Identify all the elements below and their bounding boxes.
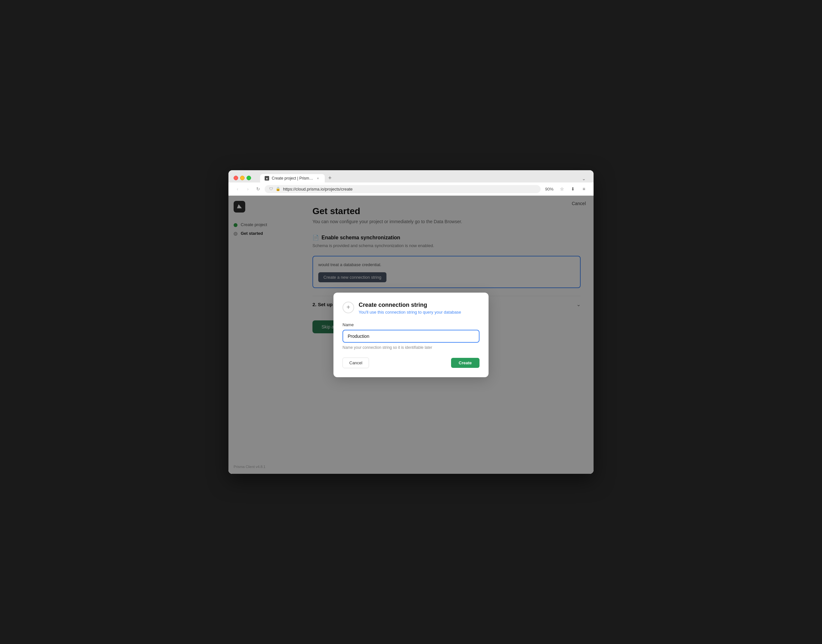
app-area: Create project Get started Prisma Client… (229, 196, 593, 474)
zoom-level[interactable]: 90% (543, 186, 555, 192)
download-icon[interactable]: ⬇ (568, 184, 578, 193)
address-text: https://cloud.prisma.io/projects/create (283, 187, 536, 192)
bookmark-icon[interactable]: ☆ (558, 184, 566, 193)
modal-create-button[interactable]: Create (451, 358, 479, 368)
modal-overlay[interactable]: + Create connection string You'll use th… (229, 196, 593, 474)
tab-close-button[interactable]: × (316, 176, 320, 181)
modal-title-wrap: Create connection string You'll use this… (359, 302, 461, 314)
modal-cancel-button[interactable]: Cancel (343, 357, 369, 368)
modal-plus-icon: + (343, 302, 354, 313)
name-field-label: Name (343, 322, 479, 327)
tab-bar: ▲ Create project | Prisma Data Pla × + ⌄ (260, 173, 588, 182)
toolbar-right: 90% ☆ ⬇ ≡ (543, 184, 588, 193)
tab-title: Create project | Prisma Data Pla (272, 176, 313, 181)
modal-title: Create connection string (359, 302, 461, 308)
close-button[interactable] (234, 176, 238, 180)
maximize-button[interactable] (247, 176, 251, 180)
back-button[interactable]: ‹ (234, 185, 241, 193)
modal-subtitle: You'll use this connection string to que… (359, 310, 461, 314)
name-field-input[interactable] (343, 330, 479, 343)
forward-button[interactable]: › (244, 185, 252, 193)
modal-actions: Cancel Create (343, 357, 479, 368)
modal-header: + Create connection string You'll use th… (343, 302, 479, 314)
address-bar: ‹ › ↻ 🛡 🔒 https://cloud.prisma.io/projec… (229, 182, 593, 196)
name-field-hint: Name your connection string so it is ide… (343, 345, 479, 350)
menu-icon[interactable]: ≡ (579, 184, 588, 193)
title-bar: ▲ Create project | Prisma Data Pla × + ⌄ (229, 170, 593, 182)
active-tab[interactable]: ▲ Create project | Prisma Data Pla × (260, 174, 325, 182)
create-connection-modal: + Create connection string You'll use th… (333, 293, 489, 377)
refresh-button[interactable]: ↻ (254, 185, 262, 193)
tab-favicon: ▲ (264, 176, 269, 181)
security-icon: 🛡 (269, 187, 273, 191)
browser-window: ▲ Create project | Prisma Data Pla × + ⌄… (229, 170, 593, 474)
traffic-lights (234, 176, 251, 180)
lock-icon: 🔒 (276, 187, 280, 191)
new-tab-button[interactable]: + (326, 173, 335, 182)
minimize-button[interactable] (240, 176, 244, 180)
collapse-button[interactable]: ⌄ (579, 175, 588, 182)
address-input[interactable]: 🛡 🔒 https://cloud.prisma.io/projects/cre… (264, 185, 541, 193)
